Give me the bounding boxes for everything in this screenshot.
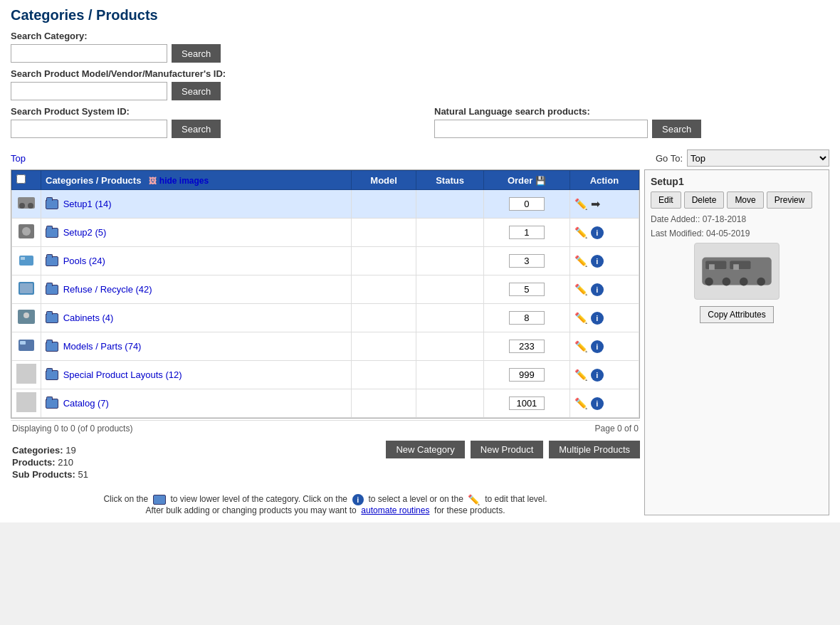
row-thumbnail xyxy=(12,304,41,332)
info-icon[interactable]: i xyxy=(591,397,604,410)
category-link[interactable]: Pools (24) xyxy=(63,256,105,266)
order-input[interactable] xyxy=(509,311,545,325)
edit-icon[interactable]: ✏️ xyxy=(574,226,588,239)
category-link[interactable]: Models / Parts (74) xyxy=(63,341,142,352)
copy-attributes-button[interactable]: Copy Attributes xyxy=(700,306,773,323)
category-link[interactable]: Catalog (7) xyxy=(63,398,109,409)
new-category-button[interactable]: New Category xyxy=(386,441,464,458)
edit-icon[interactable]: ✏️ xyxy=(574,198,588,211)
row-order xyxy=(484,247,570,275)
svg-rect-15 xyxy=(730,261,750,269)
edit-icon[interactable]: ✏️ xyxy=(574,255,588,268)
row-status xyxy=(416,275,484,304)
info-icon[interactable]: i xyxy=(591,255,604,268)
hide-images-icon: 🖼 xyxy=(149,177,157,185)
row-thumbnail xyxy=(12,275,41,304)
info-icon[interactable]: i xyxy=(591,340,604,353)
svg-point-10 xyxy=(23,312,29,318)
folder-icon[interactable] xyxy=(46,313,58,323)
edit-icon[interactable]: ✏️ xyxy=(574,312,588,325)
folder-icon[interactable] xyxy=(46,399,58,409)
order-input[interactable] xyxy=(509,396,545,410)
svg-point-2 xyxy=(28,203,33,209)
info-icon[interactable]: i xyxy=(591,226,604,239)
row-model xyxy=(352,304,416,332)
col-model: Model xyxy=(352,171,416,190)
search-system-id-button[interactable]: Search xyxy=(172,120,221,138)
order-input[interactable] xyxy=(509,340,545,353)
edit-icon[interactable]: ✏️ xyxy=(574,283,588,296)
search-category-input[interactable] xyxy=(11,44,167,63)
folder-help-icon xyxy=(153,495,166,505)
order-input[interactable] xyxy=(509,226,545,239)
order-input[interactable] xyxy=(509,283,545,296)
top-link[interactable]: Top xyxy=(11,153,26,164)
info-icon[interactable]: i xyxy=(591,369,604,382)
edit-icon[interactable]: ✏️ xyxy=(574,397,588,410)
products-count: Products: 210 xyxy=(12,457,88,468)
search-system-id-label: Search Product System ID: xyxy=(11,106,406,117)
automate-routines-link[interactable]: automate routines xyxy=(361,505,429,515)
multiple-products-button[interactable]: Multiple Products xyxy=(549,441,640,458)
row-action: ✏️ i xyxy=(569,275,639,304)
info-icon[interactable]: i xyxy=(591,312,604,325)
folder-icon[interactable] xyxy=(46,370,58,380)
goto-label: Go To: xyxy=(656,153,683,164)
row-status xyxy=(416,361,484,389)
arrow-icon[interactable]: ➡ xyxy=(591,197,600,211)
side-move-button[interactable]: Move xyxy=(727,191,763,209)
svg-rect-14 xyxy=(705,261,726,269)
side-panel-title: Setup1 xyxy=(651,176,823,187)
order-input[interactable] xyxy=(509,368,545,382)
svg-rect-8 xyxy=(20,283,33,293)
edit-icon[interactable]: ✏️ xyxy=(574,369,588,382)
page-text: Page 0 of 0 xyxy=(595,424,639,434)
row-name: Setup2 (5) xyxy=(41,219,352,247)
svg-point-18 xyxy=(740,278,748,286)
order-input[interactable] xyxy=(509,197,545,211)
category-link[interactable]: Setup1 (14) xyxy=(63,199,112,209)
folder-icon[interactable] xyxy=(46,342,58,352)
row-thumbnail xyxy=(12,247,41,275)
info-icon[interactable]: i xyxy=(591,283,604,296)
search-category-button[interactable]: Search xyxy=(172,44,221,63)
row-order xyxy=(484,332,570,361)
row-action: ✏️ i xyxy=(569,332,639,361)
page-title: Categories / Products xyxy=(11,7,829,23)
row-model xyxy=(352,275,416,304)
row-status xyxy=(416,332,484,361)
folder-icon[interactable] xyxy=(46,228,58,238)
folder-icon[interactable] xyxy=(46,256,58,266)
col-order: Order 💾 xyxy=(484,171,570,190)
svg-rect-6 xyxy=(21,257,25,260)
categories-count: Categories: 19 xyxy=(12,445,88,456)
hide-images-link[interactable]: hide images xyxy=(159,176,209,186)
search-natural-lang-button[interactable]: Search xyxy=(652,120,701,138)
new-product-button[interactable]: New Product xyxy=(471,441,543,458)
folder-icon[interactable] xyxy=(46,199,58,209)
select-all-checkbox[interactable] xyxy=(16,174,26,184)
row-status xyxy=(416,219,484,247)
search-system-id-input[interactable] xyxy=(11,120,167,138)
row-action: ✏️ i xyxy=(569,361,639,389)
edit-icon[interactable]: ✏️ xyxy=(574,340,588,353)
category-link[interactable]: Refuse / Recycle (42) xyxy=(63,284,152,295)
search-natural-lang-input[interactable] xyxy=(434,120,648,138)
side-edit-button[interactable]: Edit xyxy=(651,191,681,209)
search-product-button[interactable]: Search xyxy=(172,82,221,100)
side-delete-button[interactable]: Delete xyxy=(684,191,725,209)
row-status xyxy=(416,247,484,275)
category-link[interactable]: Cabinets (4) xyxy=(63,312,114,323)
row-order xyxy=(484,361,570,389)
folder-icon[interactable] xyxy=(46,285,58,295)
category-link[interactable]: Special Product Layouts (12) xyxy=(63,369,182,380)
order-input[interactable] xyxy=(509,254,545,268)
save-order-icon[interactable]: 💾 xyxy=(535,176,546,186)
goto-select[interactable]: Top xyxy=(687,149,829,167)
search-product-input[interactable] xyxy=(11,82,167,100)
side-preview-button[interactable]: Preview xyxy=(767,191,813,209)
category-link[interactable]: Setup2 (5) xyxy=(63,227,107,238)
row-action: ✏️ i xyxy=(569,219,639,247)
row-status xyxy=(416,304,484,332)
table-row: Cabinets (4) ✏️ i xyxy=(12,304,639,332)
